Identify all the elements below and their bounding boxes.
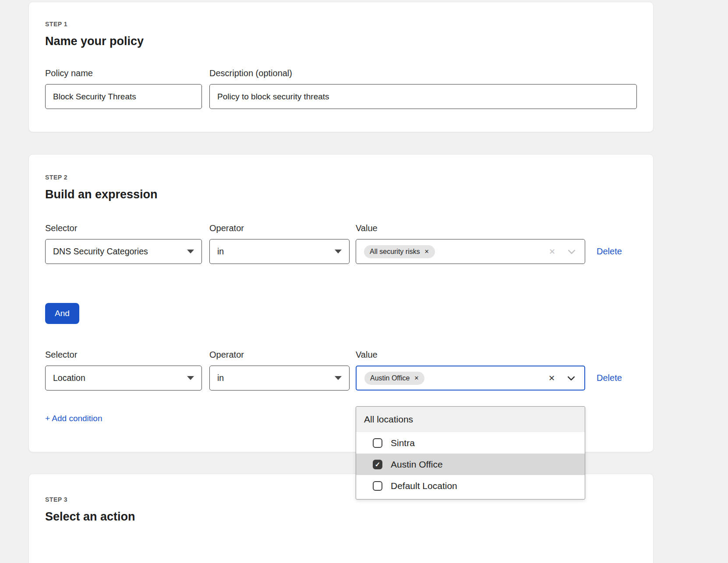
value-multiselect[interactable]: All security risks ✕ ✕ [356, 239, 585, 264]
policy-name-label: Policy name [45, 68, 202, 78]
checkbox-icon[interactable] [373, 481, 382, 491]
value-multiselect[interactable]: Austin Office ✕ ✕ [356, 366, 585, 391]
condition-row-1: DNS Security Categories in All security … [45, 239, 637, 264]
dropdown-option-label: Sintra [391, 438, 415, 448]
dropdown-option-label: Default Location [391, 481, 457, 491]
description-label: Description (optional) [209, 68, 637, 78]
policy-name-field: Policy name [45, 68, 202, 109]
step1-title: Name your policy [45, 35, 637, 48]
add-condition-link[interactable]: + Add condition [45, 414, 102, 423]
step2-title: Build an expression [45, 188, 637, 201]
policy-name-input[interactable] [45, 84, 202, 109]
selector-dropdown-value: Location [53, 373, 85, 383]
value-tag-label: Austin Office [370, 374, 410, 382]
and-button[interactable]: And [45, 303, 79, 324]
operator-dropdown-value: in [217, 373, 224, 383]
dropdown-header-all-locations[interactable]: All locations [356, 407, 585, 432]
condition-row-2: Location in Austin Office ✕ ✕ Delete [45, 366, 637, 391]
selector-label: Selector [45, 223, 202, 233]
selector-dropdown-value: DNS Security Categories [53, 246, 148, 257]
location-options-dropdown: All locations Sintra Austin Office Defau… [356, 406, 585, 500]
clear-value-icon[interactable]: ✕ [548, 373, 555, 383]
value-label: Value [356, 223, 585, 233]
step1-step-label: STEP 1 [45, 21, 637, 28]
operator-dropdown[interactable]: in [209, 239, 350, 264]
chevron-down-icon [335, 250, 342, 253]
condition2-labels: Selector Operator Value [45, 350, 637, 360]
value-tag-label: All security risks [370, 248, 420, 256]
value-tag: Austin Office ✕ [364, 372, 424, 385]
value-tag: All security risks ✕ [364, 245, 435, 258]
dropdown-option-austin-office[interactable]: Austin Office [356, 454, 585, 475]
delete-condition-link[interactable]: Delete [597, 246, 622, 257]
dropdown-option-sintra[interactable]: Sintra [356, 432, 585, 454]
step3-title: Select an action [45, 510, 637, 524]
remove-tag-icon[interactable]: ✕ [414, 375, 419, 381]
selector-dropdown[interactable]: DNS Security Categories [45, 239, 202, 264]
description-input[interactable] [209, 84, 637, 109]
chevron-down-icon [187, 250, 194, 253]
dropdown-option-default-location[interactable]: Default Location [356, 475, 585, 496]
delete-condition-link[interactable]: Delete [597, 373, 622, 383]
chevron-down-icon [187, 376, 194, 380]
operator-dropdown[interactable]: in [209, 366, 350, 391]
clear-value-icon[interactable]: ✕ [549, 247, 555, 257]
selector-dropdown[interactable]: Location [45, 366, 202, 391]
operator-label: Operator [209, 223, 350, 233]
selector-label: Selector [45, 350, 202, 360]
condition1-labels: Selector Operator Value [45, 223, 637, 233]
remove-tag-icon[interactable]: ✕ [424, 248, 429, 255]
value-label: Value [356, 350, 585, 360]
description-field: Description (optional) [209, 68, 637, 109]
chevron-down-icon [335, 376, 342, 380]
step2-step-label: STEP 2 [45, 174, 637, 181]
operator-label: Operator [209, 350, 350, 360]
checkbox-icon[interactable] [373, 438, 382, 448]
step1-card: STEP 1 Name your policy Policy name Desc… [28, 2, 654, 132]
dropdown-option-label: Austin Office [391, 459, 443, 470]
checkbox-icon[interactable] [373, 460, 382, 469]
operator-dropdown-value: in [217, 246, 224, 257]
chevron-up-icon[interactable] [567, 374, 576, 383]
chevron-down-icon[interactable] [567, 247, 576, 256]
step1-fields-row: Policy name Description (optional) [45, 68, 637, 109]
